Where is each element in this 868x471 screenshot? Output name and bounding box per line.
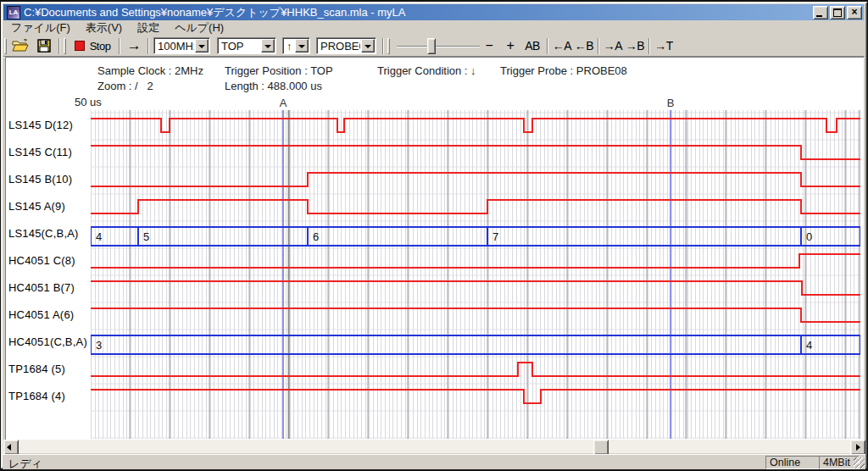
move-a-left-button[interactable]: ←A (551, 36, 573, 55)
ab-span-button[interactable]: AB (520, 36, 544, 55)
chevron-down-icon[interactable] (295, 39, 309, 53)
channel-label: HC4051 A(6) (8, 308, 74, 321)
digital-trace (91, 119, 860, 132)
toolbar-separator (648, 38, 650, 54)
zoom-out-button[interactable]: − (478, 36, 500, 55)
zoom-in-button[interactable]: + (500, 36, 520, 55)
digital-trace (91, 281, 860, 295)
app-icon: LA (7, 6, 20, 19)
sample-rate-value: 100MHz (154, 40, 194, 53)
digital-trace (91, 200, 860, 213)
chevron-down-icon[interactable] (195, 39, 209, 53)
trigger-position-combo[interactable]: TOP (217, 37, 276, 54)
probe-select-value: PROBE00 (317, 40, 360, 53)
bus-value: 6 (313, 230, 319, 243)
menu-file[interactable]: ファイル(F) (3, 19, 78, 36)
marker-b-label: B (665, 97, 676, 109)
toolbar-grip[interactable] (387, 38, 390, 54)
chevron-down-icon[interactable] (361, 39, 375, 53)
close-button[interactable]: × (847, 6, 862, 19)
channel-label: HC4051 B(7) (8, 281, 75, 294)
sample-clock-info: Sample Clock : 2MHz (97, 64, 203, 77)
length-info: Length : 488.000 us (225, 80, 322, 92)
bus-trace (91, 335, 860, 354)
waveform-canvas[interactable]: 4567034 (91, 110, 860, 439)
bus-value: 3 (96, 339, 102, 352)
toolbar-separator (58, 38, 60, 54)
menu-help[interactable]: ヘルプ(H) (167, 19, 231, 36)
menu-settings[interactable]: 設定 (130, 19, 167, 36)
bus-value: 7 (492, 230, 498, 243)
channel-label: LS145 B(10) (8, 173, 72, 186)
channel-label: HC4051(C,B,A) (8, 335, 87, 348)
trigger-edge-value: ↑ (283, 40, 294, 53)
goto-trigger-button[interactable]: →T (653, 36, 675, 55)
digital-trace (91, 254, 860, 268)
toolbar-separator (119, 38, 120, 54)
move-b-left-button[interactable]: ←B (573, 36, 595, 55)
trigger-position-value: TOP (218, 40, 260, 53)
open-file-button[interactable] (10, 37, 31, 54)
trigger-probe-info: Trigger Probe : PROBE08 (500, 64, 627, 77)
save-file-button[interactable] (34, 37, 54, 54)
arrow-left-icon (7, 444, 11, 451)
bus-value: 0 (806, 230, 812, 243)
bus-value: 5 (143, 230, 149, 243)
run-button[interactable]: → (124, 36, 144, 55)
digital-trace (91, 308, 860, 322)
scrollbar-thumb[interactable] (593, 440, 609, 455)
bus-trace (91, 227, 860, 246)
zoom-slider-track[interactable] (397, 46, 480, 47)
channel-label: TP1684 (5) (8, 363, 65, 375)
toolbar: Stop → 100MHz TOP ↑ PROBE00 − + AB (3, 36, 865, 57)
toolbar-separator (147, 38, 149, 54)
statusbar: レディ Online 4MBit (3, 454, 865, 469)
channel-label: LS145(C,B,A) (8, 227, 79, 240)
trigger-position-info: Trigger Position : TOP (225, 64, 333, 77)
minimize-icon (816, 15, 822, 17)
stop-square-icon (75, 41, 85, 51)
channel-label: LS145 C(11) (8, 146, 72, 158)
channel-label: HC4051 C(8) (8, 254, 75, 267)
trigger-condition-info: Trigger Condition : ↓ (377, 64, 476, 77)
screen: LA C:¥Documents and Settings¥noname¥デスクト… (0, 0, 868, 471)
toolbar-separator (598, 38, 599, 54)
scroll-left-button[interactable] (3, 440, 19, 455)
titlebar[interactable]: LA C:¥Documents and Settings¥noname¥デスクト… (3, 4, 864, 20)
menu-view[interactable]: 表示(V) (78, 19, 130, 36)
timebase-label: 50 us (75, 96, 102, 108)
minimize-button[interactable] (813, 6, 828, 19)
toolbar-grip[interactable] (64, 38, 66, 54)
chevron-down-icon[interactable] (261, 39, 275, 53)
digital-trace (91, 363, 860, 376)
window-title: C:¥Documents and Settings¥noname¥デスクトップ¥… (24, 5, 811, 20)
maximize-button[interactable] (830, 6, 845, 19)
bus-value: 4 (96, 230, 102, 243)
toolbar-grip[interactable] (4, 38, 7, 54)
move-a-right-button[interactable]: →A (602, 36, 624, 55)
scroll-right-button[interactable] (850, 440, 865, 455)
probe-select-combo[interactable]: PROBE00 (316, 37, 376, 54)
toolbar-separator (382, 38, 384, 54)
zoom-slider-thumb[interactable] (427, 38, 436, 54)
arrow-right-icon (856, 444, 860, 451)
save-floppy-icon (37, 39, 51, 53)
channel-label: LS145 A(9) (8, 200, 65, 213)
resize-grip[interactable] (854, 457, 865, 468)
status-ready-text: レディ (8, 457, 42, 471)
sample-rate-combo[interactable]: 100MHz (153, 37, 210, 54)
horizontal-scrollbar[interactable] (3, 440, 865, 453)
bus-value: 4 (806, 339, 812, 352)
move-b-right-button[interactable]: →B (624, 36, 646, 55)
digital-trace (91, 390, 860, 403)
stop-label: Stop (90, 40, 111, 53)
menubar: ファイル(F) 表示(V) 設定 ヘルプ(H) (3, 20, 864, 36)
zoom-info: Zoom : / 2 (97, 80, 153, 92)
maximize-icon (833, 8, 842, 17)
channel-label: TP1684 (4) (8, 390, 65, 402)
run-arrow-icon: → (127, 37, 142, 54)
close-icon: × (848, 6, 861, 18)
stop-button[interactable]: Stop (70, 36, 115, 55)
trigger-edge-combo[interactable]: ↑ (282, 37, 310, 54)
marker-a-label: A (278, 97, 288, 109)
